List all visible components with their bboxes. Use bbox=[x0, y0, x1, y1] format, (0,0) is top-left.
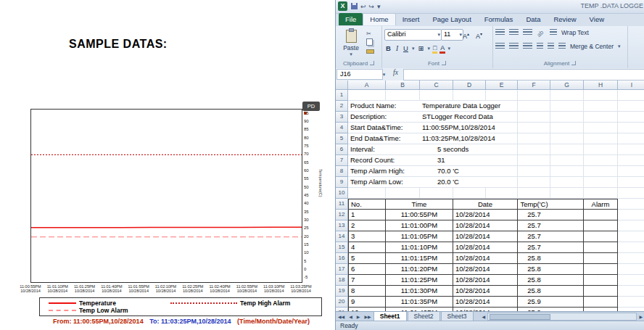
cell[interactable]: 10/28/2014 bbox=[453, 264, 518, 275]
cut-button[interactable]: ✂ bbox=[365, 30, 380, 38]
cell[interactable] bbox=[618, 242, 644, 253]
cell[interactable]: 6 bbox=[348, 264, 386, 275]
underline-button[interactable]: U bbox=[402, 44, 410, 54]
row-header-3[interactable]: 3 bbox=[336, 112, 348, 123]
cell[interactable] bbox=[550, 155, 584, 166]
horizontal-scrollbar[interactable]: ◀ ▶ bbox=[480, 313, 644, 321]
cell[interactable] bbox=[518, 133, 550, 144]
underline-dropdown-icon[interactable]: ▾ bbox=[412, 46, 415, 51]
tab-file[interactable]: File bbox=[339, 13, 363, 25]
cell[interactable] bbox=[584, 264, 618, 275]
cell[interactable] bbox=[618, 123, 644, 133]
cell[interactable]: 11:01:25PM bbox=[386, 275, 453, 286]
cell[interactable]: Temp('C) bbox=[518, 199, 550, 210]
scrollbar-track[interactable] bbox=[487, 313, 637, 321]
cell[interactable] bbox=[550, 286, 584, 297]
column-header-A[interactable]: A bbox=[348, 81, 386, 90]
row-header-14[interactable]: 14 bbox=[336, 231, 348, 242]
font-name-combo[interactable]: Calibri▾ bbox=[384, 29, 442, 41]
undo-icon[interactable]: ↩ bbox=[360, 1, 367, 12]
dialog-launcher-icon[interactable] bbox=[442, 61, 446, 65]
cell[interactable]: 2 bbox=[348, 220, 386, 231]
font-color-dropdown-icon[interactable]: ▾ bbox=[447, 46, 450, 51]
cell[interactable] bbox=[386, 90, 420, 101]
align-right-icon[interactable] bbox=[523, 43, 532, 50]
row-header-4[interactable]: 4 bbox=[336, 123, 348, 133]
cell[interactable]: Alarm bbox=[584, 199, 618, 210]
cell[interactable] bbox=[518, 101, 550, 112]
fx-icon[interactable]: fx bbox=[393, 69, 398, 76]
cell[interactable]: 4 bbox=[348, 242, 386, 253]
grow-font-button[interactable]: A▴ bbox=[463, 29, 469, 39]
sheet-nav-next-icon[interactable]: ▶ bbox=[355, 314, 363, 319]
paste-button[interactable]: Paste ▾ bbox=[338, 28, 364, 59]
cell[interactable] bbox=[618, 188, 644, 199]
cell[interactable]: 10/28/2014 bbox=[453, 210, 518, 220]
cell[interactable] bbox=[518, 123, 550, 133]
bold-button[interactable]: B bbox=[384, 44, 392, 54]
cell[interactable] bbox=[420, 188, 453, 199]
cell[interactable] bbox=[618, 90, 644, 101]
cell[interactable]: 10/28/2014 bbox=[453, 286, 518, 297]
cell[interactable] bbox=[618, 177, 644, 188]
cell[interactable] bbox=[550, 90, 584, 101]
cell[interactable] bbox=[584, 210, 618, 220]
cell[interactable] bbox=[348, 90, 386, 101]
cell[interactable]: Interval: bbox=[348, 144, 420, 155]
cell[interactable]: 11:01:15PM bbox=[386, 253, 453, 264]
wrap-text-button[interactable]: Wrap Text bbox=[561, 29, 589, 36]
decrease-indent-icon[interactable] bbox=[537, 43, 543, 50]
cell[interactable] bbox=[486, 188, 518, 199]
name-box-dropdown-icon[interactable]: ▾ bbox=[380, 69, 388, 80]
cell[interactable] bbox=[618, 133, 644, 144]
cell[interactable] bbox=[550, 123, 584, 133]
cell[interactable]: Description: bbox=[348, 112, 420, 123]
align-left-icon[interactable] bbox=[495, 43, 505, 50]
font-color-button[interactable]: A bbox=[439, 44, 445, 52]
orientation-icon[interactable]: ab bbox=[536, 28, 547, 38]
cell[interactable] bbox=[584, 275, 618, 286]
row-header-9[interactable]: 9 bbox=[336, 177, 348, 188]
cell[interactable] bbox=[584, 286, 618, 297]
row-header-20[interactable]: 20 bbox=[336, 297, 348, 308]
cell[interactable]: 25.7 bbox=[518, 242, 550, 253]
cell[interactable]: 25.7 bbox=[518, 210, 550, 220]
column-header-D[interactable]: D bbox=[453, 81, 486, 90]
cell[interactable] bbox=[618, 297, 644, 308]
borders-dropdown-icon[interactable]: ▾ bbox=[427, 46, 430, 51]
cell[interactable] bbox=[550, 220, 584, 231]
cell[interactable] bbox=[518, 188, 550, 199]
cell[interactable] bbox=[518, 112, 550, 123]
cell[interactable]: 11:00:55PM,10/28/2014 bbox=[420, 123, 518, 133]
row-header-1[interactable]: 1 bbox=[336, 90, 348, 101]
cell[interactable] bbox=[518, 155, 550, 166]
cell[interactable] bbox=[453, 188, 486, 199]
row-header-19[interactable]: 19 bbox=[336, 286, 348, 297]
cell[interactable] bbox=[584, 133, 618, 144]
cell[interactable] bbox=[584, 231, 618, 242]
cell[interactable]: STLogger Record Data bbox=[420, 112, 518, 123]
column-header-I[interactable]: I bbox=[618, 81, 644, 90]
column-header-G[interactable]: G bbox=[550, 81, 584, 90]
cell[interactable]: Record Count: bbox=[348, 155, 420, 166]
cell[interactable]: 25.7 bbox=[518, 231, 550, 242]
cell[interactable]: 10/28/2014 bbox=[453, 297, 518, 308]
row-header-18[interactable]: 18 bbox=[336, 275, 348, 286]
borders-button[interactable]: ⊞ bbox=[416, 44, 425, 54]
cell[interactable]: 10/28/2014 bbox=[453, 242, 518, 253]
cell[interactable] bbox=[618, 220, 644, 231]
cell[interactable] bbox=[420, 90, 453, 101]
cell[interactable] bbox=[618, 210, 644, 220]
cell[interactable]: 8 bbox=[348, 286, 386, 297]
cell[interactable] bbox=[584, 155, 618, 166]
increase-indent-icon[interactable] bbox=[548, 43, 554, 50]
cell[interactable]: 5 seconds bbox=[420, 144, 518, 155]
row-header-12[interactable]: 12 bbox=[336, 210, 348, 220]
cell[interactable] bbox=[584, 242, 618, 253]
cell[interactable]: 25.9 bbox=[518, 297, 550, 308]
cell[interactable] bbox=[584, 112, 618, 123]
dialog-launcher-icon[interactable] bbox=[370, 61, 374, 65]
cell[interactable]: 11:03:25PM,10/28/2014 bbox=[420, 133, 518, 144]
cell[interactable] bbox=[550, 112, 584, 123]
cell[interactable]: Temp Alarm High: bbox=[348, 166, 420, 177]
